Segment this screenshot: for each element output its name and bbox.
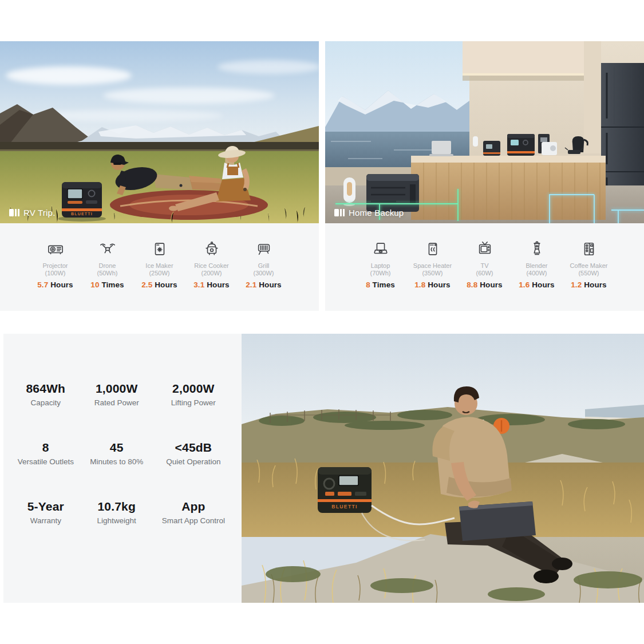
- appliance-space-heater: Space Heater(350W) 1.8 Hours: [406, 240, 459, 289]
- home-backup-caption-label: Home Backup: [349, 208, 404, 218]
- outdoor-scene-illustration: BLUETTI: [242, 334, 644, 603]
- home-backup-scene-illustration: [325, 41, 644, 223]
- projector-icon: [47, 240, 64, 258]
- appliance-name: Rice Cooker(200W): [194, 262, 229, 277]
- svg-text:BLUETTI: BLUETTI: [331, 504, 358, 509]
- appliance-name: Projector(100W): [42, 262, 68, 277]
- appliance-runtime: 8.8 Hours: [467, 280, 502, 289]
- tv-icon: [476, 240, 493, 258]
- rv-trip-caption-label: RV Trip.: [23, 208, 56, 218]
- spec-rated-power: 1,000WRated Power: [84, 382, 150, 441]
- home-backup-appliance-strip: Laptop(70Wh) 8 Times Space Heater(350W) …: [325, 223, 644, 311]
- appliance-tv: TV(60W) 8.8 Hours: [459, 240, 511, 289]
- rice-cooker-icon: [203, 240, 220, 258]
- appliance-name: Space Heater(350W): [413, 262, 452, 277]
- overhang-shadow: [463, 76, 591, 81]
- bluetti-product-page: BLUETTI RV Trip. Projector(100W): [0, 0, 644, 644]
- spec-app-control: AppSmart App Control: [150, 500, 237, 559]
- appliance-runtime: 2.1 Hours: [246, 280, 281, 289]
- appliance-name: Ice Maker(250W): [145, 262, 173, 277]
- appliance-coffee-maker: Coffee Maker(550W) 1.2 Hours: [563, 240, 615, 289]
- laptop: [429, 141, 453, 156]
- brand-mark-icon: [9, 209, 19, 216]
- appliance-name: Grill(300W): [253, 262, 274, 277]
- laptop-icon: [372, 240, 389, 258]
- boot-2: [552, 558, 572, 570]
- rv-trip-appliance-strip: Projector(100W) 5.7 Hours Drone(50Wh) 10…: [0, 223, 319, 311]
- appliance-runtime: 5.7 Hours: [37, 280, 73, 289]
- spec-capacity: 864WhCapacity: [8, 382, 84, 441]
- appliance-runtime: 1.2 Hours: [571, 280, 606, 289]
- spec-outlets: 8Versatile Outlets: [8, 441, 84, 500]
- projector-device: [542, 142, 557, 155]
- appliance-rice-cooker: Rice Cooker(200W) 3.1 Hours: [185, 240, 238, 289]
- appliance-name: Blender(400W): [526, 262, 548, 277]
- grill-icon: [255, 240, 272, 258]
- overhang-cabinet: [463, 41, 591, 73]
- appliance-laptop: Laptop(70Wh) 8 Times: [354, 240, 406, 289]
- drone-icon: [99, 240, 116, 258]
- spec-warranty: 5-YearWarranty: [8, 500, 84, 559]
- appliance-runtime: 1.6 Hours: [519, 280, 554, 289]
- appliance-name: Laptop(70Wh): [370, 262, 390, 277]
- portable-fridge: [366, 174, 419, 212]
- specs-section: 864WhCapacity 1,000WRated Power 2,000WLi…: [0, 334, 644, 603]
- white-bottle: [473, 136, 478, 147]
- boot-1: [534, 570, 559, 583]
- appliance-runtime: 3.1 Hours: [193, 280, 229, 289]
- appliance-name: Coffee Maker(550W): [570, 262, 608, 277]
- home-backup-photo: Home Backup: [325, 41, 644, 223]
- appliance-runtime: 1.8 Hours: [414, 280, 450, 289]
- home-backup-caption: Home Backup: [334, 208, 404, 218]
- spec-quiet-operation: <45dBQuiet Operation: [150, 441, 237, 500]
- appliance-runtime: 2.5 Hours: [141, 280, 177, 289]
- rv-trip-card: BLUETTI RV Trip. Projector(100W): [0, 41, 319, 311]
- appliance-ice-maker: Ice Maker(250W) 2.5 Hours: [133, 240, 185, 289]
- power-station-small: [483, 141, 500, 156]
- appliance-runtime: 8 Times: [366, 280, 395, 289]
- rv-trip-scene-illustration: BLUETTI: [0, 41, 319, 223]
- specs-panel: 864WhCapacity 1,000WRated Power 2,000WLi…: [3, 334, 242, 603]
- spec-lifting-power: 2,000WLifting Power: [150, 382, 237, 441]
- spec-charge-time: 45Minutes to 80%: [84, 441, 150, 500]
- coffee-maker-icon: [580, 240, 598, 258]
- appliance-grill: Grill(300W) 2.1 Hours: [238, 240, 290, 289]
- use-case-cards: BLUETTI RV Trip. Projector(100W): [0, 41, 644, 311]
- appliance-projector: Projector(100W) 5.7 Hours: [29, 240, 81, 289]
- spec-weight: 10.7kgLightweight: [84, 500, 150, 559]
- power-station: BLUETTI: [58, 182, 106, 222]
- ice-maker-icon: [151, 240, 168, 258]
- power-station-large: [507, 134, 535, 156]
- appliance-name: TV(60W): [476, 262, 493, 277]
- brand-mark-icon: [334, 209, 345, 216]
- appliance-runtime: 10 Times: [90, 280, 124, 289]
- blender-icon: [528, 240, 546, 258]
- kitchen-island: [411, 156, 606, 220]
- rv-trip-caption: RV Trip.: [9, 208, 56, 218]
- overhang-light: [463, 73, 591, 76]
- outdoor-work-photo: BLUETTI: [242, 334, 644, 603]
- appliance-drone: Drone(50Wh) 10 Times: [81, 240, 133, 289]
- svg-text:BLUETTI: BLUETTI: [71, 212, 93, 216]
- space-heater-icon: [424, 240, 441, 258]
- rv-trip-photo: BLUETTI RV Trip.: [0, 41, 319, 223]
- appliance-blender: Blender(400W) 1.6 Hours: [511, 240, 563, 289]
- home-backup-card: Home Backup Laptop(70Wh) 8 Times Space H…: [325, 41, 644, 311]
- appliance-name: Drone(50Wh): [97, 262, 117, 277]
